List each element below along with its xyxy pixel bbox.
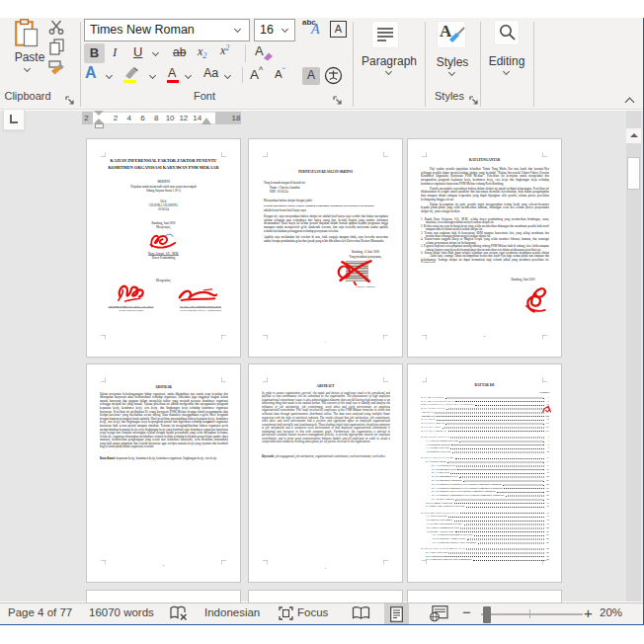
collapse-ribbon-icon[interactable] — [626, 97, 636, 105]
grow-font-button[interactable]: A^ — [250, 65, 263, 82]
highlight-color-button[interactable] — [122, 66, 139, 84]
page-4-thumbnail[interactable]: ABSTRAK Dalam menjamin keberlangsungan h… — [86, 363, 241, 583]
proofing-errors-icon[interactable] — [170, 605, 188, 625]
page-7-thumbnail[interactable] — [86, 590, 241, 603]
strikethrough-button[interactable]: ab — [173, 45, 186, 59]
page-9-thumbnail[interactable] — [407, 590, 562, 603]
p3-page-num: iii — [421, 335, 548, 338]
paste-chevron-icon[interactable] — [24, 65, 31, 72]
indent-marker-icon[interactable] — [94, 111, 104, 128]
focus-icon[interactable] — [279, 606, 293, 624]
styles-icon[interactable]: A — [437, 21, 466, 48]
p1-advisor-role: Dosen Pembimbing — [100, 257, 227, 260]
clipboard-dialog-launcher-icon[interactable] — [65, 92, 75, 110]
p1-by: Oleh — [100, 200, 227, 202]
character-border-icon[interactable]: A — [330, 21, 347, 38]
p1-dean-name: Tan Ming Kuang, S.E., M.Si., Ak., Ph.D. — [94, 304, 168, 307]
clear-formatting-button[interactable]: A — [255, 43, 264, 58]
subscript-button[interactable]: x2 — [198, 44, 206, 60]
p1-know: Mengetahui, — [100, 279, 227, 282]
p2-line3: NRP : 0116124 — [270, 191, 287, 194]
editing-button[interactable]: Editing — [480, 54, 533, 68]
status-word-count[interactable]: 16070 words — [89, 606, 154, 618]
page-3-thumbnail[interactable]: KATA PENGANTAR Puji syukur penulis panja… — [407, 138, 562, 358]
editing-chevron-icon[interactable] — [503, 68, 510, 75]
scrollbar-up-button[interactable] — [626, 128, 641, 143]
p1-approve: Menyetujui, — [100, 226, 227, 229]
character-shading-button[interactable]: A — [302, 67, 320, 85]
p1-date: Bandung, Juni 2020 — [100, 221, 227, 224]
change-case-button[interactable]: Aa — [203, 66, 218, 80]
zoom-slider-center-tick — [529, 609, 530, 618]
p3-signature — [522, 285, 549, 314]
page-1-thumbnail[interactable]: KAJIAN INFERENSIAL FAKTOR-FAKTOR PENENTU… — [86, 138, 241, 358]
font-color-chevron-icon[interactable] — [185, 72, 192, 79]
p3-date: Bandung, Juni 2020 — [497, 278, 549, 281]
editing-icon[interactable] — [494, 20, 520, 45]
p5-heading: ABSTRACT — [262, 384, 389, 388]
italic-button[interactable]: I — [113, 44, 117, 60]
zoom-slider-handle[interactable] — [483, 606, 491, 623]
p4-page-num: iv — [100, 564, 227, 567]
phonetic-guide-icon[interactable]: abc A — [302, 20, 329, 41]
format-painter-icon[interactable] — [47, 59, 66, 80]
zoom-percentage[interactable]: 20% — [600, 606, 622, 618]
text-effects-chevron-icon[interactable] — [106, 72, 113, 79]
highlight-chevron-icon[interactable] — [149, 72, 156, 79]
p5-body: In order to ensure organization survival… — [262, 391, 390, 450]
paste-icon[interactable] — [14, 19, 40, 48]
underline-button[interactable]: U — [133, 44, 142, 59]
styles-button[interactable]: Styles — [425, 55, 480, 69]
page-8-thumbnail[interactable] — [248, 590, 403, 603]
font-name-combo[interactable]: Times New Roman — [84, 19, 250, 41]
text-effects-button[interactable]: A — [85, 64, 97, 82]
paragraph-icon[interactable] — [371, 21, 399, 48]
cut-icon[interactable] — [48, 20, 64, 39]
status-language[interactable]: Indonesian — [204, 606, 260, 618]
paste-button[interactable]: Paste — [6, 50, 53, 64]
paragraph-chevron-icon[interactable] — [385, 68, 392, 75]
superscript-button[interactable]: x2 — [220, 43, 229, 58]
p2-line2: Nama : Chavira Anandita — [270, 186, 300, 189]
print-layout-button[interactable] — [384, 604, 409, 624]
paragraph-button[interactable]: Paragraph — [354, 54, 425, 68]
copy-icon[interactable] — [49, 39, 64, 59]
p1-head-role: Ketua Program Studi S-1 Manajemen — [166, 309, 235, 312]
p2-line4: Menyatakan bahwa skripsi dengan judul: — [264, 199, 312, 201]
p2-line5: adalah benar-benar hasil karya saya. — [264, 208, 307, 211]
tab-stop-selector[interactable] — [3, 109, 25, 130]
underline-chevron-icon[interactable] — [152, 49, 159, 56]
ruler-numbers: 2468101214 — [109, 114, 204, 122]
zoom-out-button[interactable]: − — [462, 604, 471, 620]
page-5-thumbnail[interactable]: ABSTRACT In order to ensure organization… — [248, 363, 403, 583]
status-page-indicator[interactable]: Page 4 of 77 — [8, 606, 72, 618]
zoom-in-button[interactable]: + — [584, 604, 593, 621]
p1-doctype: SKRIPSI — [100, 180, 227, 184]
p1-purpose1: Diajukan untuk memenuhi salah satu syara… — [100, 186, 227, 189]
page-2-thumbnail[interactable]: PERNYATAAN KEASLIAN SKRIPSI Yang bertand… — [248, 138, 403, 358]
styles-dialog-launcher-icon[interactable] — [469, 92, 479, 110]
web-layout-button[interactable] — [430, 605, 448, 626]
font-dialog-launcher-icon[interactable] — [333, 92, 343, 110]
font-size-combo[interactable]: 16 — [254, 19, 295, 41]
p4-heading: ABSTRAK — [100, 385, 227, 389]
font-group-label: Font — [81, 90, 328, 102]
right-indent-marker-icon[interactable] — [201, 118, 211, 124]
scrollbar-thumb[interactable] — [627, 157, 640, 190]
p2-judul: Kajian Inferensial Faktor-Faktor Penentu… — [264, 203, 388, 206]
focus-button[interactable]: Focus — [297, 606, 328, 618]
page-6-thumbnail[interactable]: DAFTAR ISI Halaman HALAMAN JUDULiHALAMAN… — [407, 363, 562, 583]
p2-line1: Yang bertanda tangan di bawah ini: — [264, 181, 305, 184]
font-color-button[interactable]: A — [168, 66, 176, 80]
p1-nim: 0116124 — [100, 208, 227, 211]
enclose-characters-icon[interactable] — [324, 66, 343, 89]
read-mode-button[interactable] — [352, 605, 370, 625]
p6-red-mark — [541, 404, 552, 414]
shrink-font-button[interactable]: Aˇ — [275, 66, 285, 80]
zoom-slider-track[interactable] — [481, 613, 583, 615]
styles-chevron-icon[interactable] — [448, 69, 455, 76]
p5-keywords: Keywords: job engagement, job satisfacti… — [262, 454, 390, 458]
change-case-chevron-icon[interactable] — [224, 72, 231, 79]
p3-list: 1. Bapak Dany Setiawan, S.E., M.M., sela… — [421, 217, 549, 254]
bold-button[interactable]: B — [84, 43, 105, 63]
